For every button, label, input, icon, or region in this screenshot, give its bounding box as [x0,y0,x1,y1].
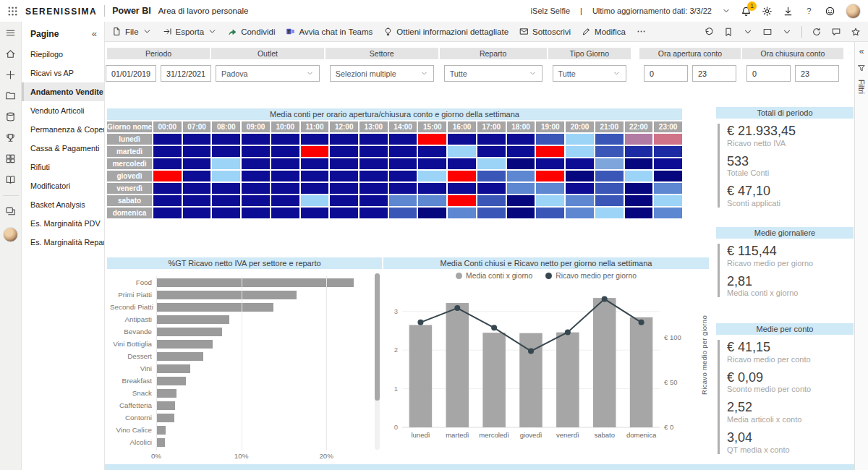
bar-row[interactable]: Primi Piatti [110,289,369,301]
date-input[interactable]: 01/01/2019 [106,65,156,82]
heatmap-cell[interactable] [654,171,682,181]
refresh-icon[interactable] [812,27,822,37]
heatmap-cell[interactable] [389,134,417,145]
heatmap-cell[interactable] [654,183,682,194]
breadcrumb-workspace[interactable]: Area di lavoro personale [158,7,249,15]
heatmap-cell[interactable] [212,195,240,206]
menu-item-sottoscrivi[interactable]: Sottoscrivi [519,27,571,36]
dropdown-reparto[interactable]: Tutte [444,65,542,82]
heatmap-cell[interactable] [566,208,594,218]
heatmap-cell[interactable] [212,146,240,157]
filters-pane-collapsed[interactable]: « Filtri [854,42,868,470]
sidebar-page-item[interactable]: Basket Analysis [22,195,104,214]
menu-icon[interactable] [5,27,16,38]
waffle-icon[interactable] [7,6,18,17]
heatmap-cell[interactable] [271,158,299,169]
folder-icon[interactable] [5,90,16,101]
heatmap-cell[interactable] [359,171,388,181]
bar-fill[interactable] [156,278,354,287]
heatmap-cell[interactable] [242,146,270,157]
heatmap-cell[interactable] [183,146,211,157]
goals-icon[interactable] [5,132,16,143]
heatmap-cell[interactable] [330,171,358,181]
dropdown-settore[interactable]: Selezioni multiple [330,65,434,82]
heatmap-cell[interactable] [625,171,653,181]
heatmap-cell[interactable] [625,195,653,206]
expand-filters-icon[interactable]: « [859,46,864,56]
smiley-icon[interactable] [825,6,835,17]
chevron-down-icon[interactable] [743,27,753,37]
heatmap-cell[interactable] [448,171,476,181]
heatmap-cell[interactable] [242,158,270,169]
menu-item-file[interactable]: File [112,27,152,36]
heatmap-cell[interactable] [507,134,535,145]
combo-line-point[interactable] [639,320,644,325]
heatmap-cell[interactable] [418,146,446,157]
heatmap-cell[interactable] [536,183,564,194]
heatmap-cell[interactable] [566,146,594,157]
dataset-icon[interactable] [5,111,16,122]
bar-fill[interactable] [156,438,165,447]
heatmap-cell[interactable] [595,146,624,157]
heatmap-cell[interactable] [389,195,417,206]
sidebar-page-item[interactable]: Modificatori [22,176,104,195]
heatmap-cell[interactable] [536,146,564,157]
heatmap-cell[interactable] [566,195,594,206]
heatmap-cell[interactable] [301,183,329,194]
heatmap-cell[interactable] [448,134,476,145]
heatmap-cell[interactable] [153,208,182,218]
heatmap-cell[interactable] [625,183,653,194]
heatmap-cell[interactable] [271,171,299,181]
heatmap-cell[interactable] [330,195,358,206]
heatmap-cell[interactable] [271,146,299,157]
sidebar-page-item[interactable]: Venduto Articoli [22,101,104,120]
heatmap-cell[interactable] [418,158,446,169]
bar-row[interactable]: Contorni [110,411,369,424]
combo-line-point[interactable] [417,320,423,325]
sidebar-page-item[interactable]: Permanenza & Coperti [22,120,104,139]
heatmap-cell[interactable] [654,195,682,206]
avatar[interactable] [3,227,18,242]
sidebar-page-item[interactable]: Es. Marginalità Reparto [22,233,104,252]
heatmap-cell[interactable] [418,171,446,181]
heatmap-cell[interactable] [271,208,299,218]
heatmap-cell[interactable] [536,134,564,145]
combo-line-point[interactable] [528,349,534,354]
heatmap-cell[interactable] [301,208,329,218]
heatmap-cell[interactable] [359,158,388,169]
horizontal-scroll-strip[interactable] [105,464,854,470]
heatmap-cell[interactable] [183,195,211,206]
bar-row[interactable]: Antipasti [110,313,369,325]
menu-item-esporta[interactable]: Esporta [163,27,218,36]
combo-bar[interactable] [446,303,469,427]
heatmap-cell[interactable] [153,158,182,169]
collapse-sidebar-icon[interactable]: « [92,28,97,39]
heatmap-cell[interactable] [153,195,182,206]
heatmap-cell[interactable] [448,183,476,194]
heatmap-cell[interactable] [418,134,446,145]
legend-item[interactable]: Media conti x giorno [456,272,532,280]
heatmap-cell[interactable] [625,158,653,169]
bar-row[interactable]: Vini [110,362,369,375]
sidebar-page-item[interactable]: Ricavi vs AP [22,64,104,82]
kpi-card[interactable]: Totali di periodo€ 21.933,45Ricavo netto… [716,107,854,214]
heatmap-cell[interactable] [330,183,358,194]
sidebar-page-item[interactable]: Andamento Vendite [22,82,104,101]
bar-fill[interactable] [156,377,186,385]
heatmap-cell[interactable] [477,146,506,157]
heatmap-cell[interactable] [654,158,682,169]
bar-row[interactable]: Bevande [110,325,369,338]
heatmap-cell[interactable] [507,183,535,194]
heatmap-cell[interactable] [625,146,653,157]
heatmap-cell[interactable] [183,158,211,169]
heatmap-cell[interactable] [418,195,446,206]
bar-fill[interactable] [156,303,273,312]
number-input[interactable]: 0 [644,65,688,82]
heatmap-cell[interactable] [566,158,594,169]
heatmap-cell[interactable] [448,208,476,218]
heatmap-cell[interactable] [595,158,624,169]
bar-row[interactable]: Dessert [110,350,369,362]
heatmap-cell[interactable] [242,208,270,218]
heatmap-cell[interactable] [183,171,211,181]
heatmap-cell[interactable] [301,158,329,169]
